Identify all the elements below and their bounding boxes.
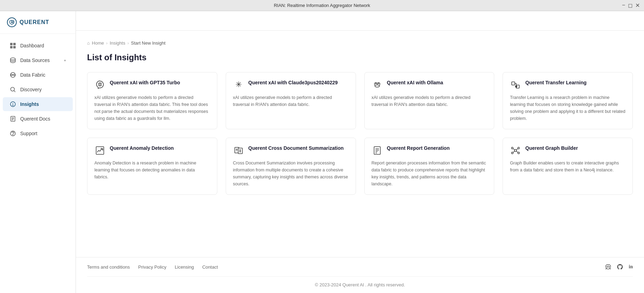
- sidebar-item-discovery[interactable]: Discovery: [3, 83, 73, 97]
- card-ollama[interactable]: Querent xAI with Ollama xAI utilizes gen…: [364, 72, 495, 129]
- sidebar-item-support[interactable]: Support: [3, 126, 73, 140]
- chevron-down-icon: ▾: [64, 59, 66, 62]
- titlebar-title: RIAN: Realtime Information Aggregator Ne…: [274, 3, 370, 8]
- footer-link-contact[interactable]: Contact: [202, 264, 218, 270]
- data-fabric-icon: [10, 72, 16, 78]
- cards-grid: Querent xAI with GPT35 Turbo xAI utilize…: [87, 72, 633, 195]
- svg-rect-5: [10, 43, 13, 45]
- breadcrumb-home[interactable]: Home: [92, 40, 104, 46]
- data-sources-icon: [10, 57, 16, 63]
- svg-point-33: [378, 83, 379, 84]
- svg-rect-8: [13, 46, 16, 48]
- sidebar-item-label-discovery: Discovery: [20, 87, 66, 92]
- content-area: ⌂ Home › Insights › Start New Insight Li…: [76, 31, 644, 257]
- sidebar-item-insights[interactable]: Insights: [3, 97, 73, 111]
- breadcrumb-sep-2: ›: [127, 40, 129, 46]
- card-report[interactable]: Querent Report Generation Report generat…: [364, 138, 495, 195]
- svg-text:✳: ✳: [235, 80, 242, 89]
- svg-point-53: [518, 147, 520, 149]
- svg-point-51: [514, 149, 517, 152]
- topbar: [76, 11, 644, 31]
- logo-text: QUERENT: [20, 19, 49, 25]
- minimize-button[interactable]: −: [622, 2, 625, 9]
- svg-rect-6: [13, 43, 16, 45]
- svg-point-21: [13, 134, 13, 135]
- footer-link-privacy[interactable]: Privacy Policy: [138, 264, 166, 270]
- sidebar-item-label-data-fabric: Data Fabric: [20, 72, 66, 78]
- sidebar-item-data-fabric[interactable]: Data Fabric: [3, 68, 73, 82]
- sidebar-item-label-dashboard: Dashboard: [20, 43, 66, 48]
- insights-icon: [10, 101, 16, 107]
- report-icon: [372, 145, 383, 156]
- card-desc-gpt35: xAI utilizes generative models to perfor…: [94, 94, 210, 122]
- svg-line-59: [517, 151, 518, 153]
- footer-copyright: © 2023-2024 Querent AI . All rights rese…: [87, 277, 633, 293]
- svg-point-32: [375, 83, 376, 84]
- cross-doc-icon: [233, 145, 244, 156]
- svg-line-25: [101, 85, 102, 86]
- discord-icon[interactable]: [605, 264, 611, 270]
- card-header-report: Querent Report Generation: [372, 145, 487, 156]
- footer-link-licensing[interactable]: Licensing: [175, 264, 194, 270]
- card-desc-report: Report generation processes information …: [372, 160, 487, 187]
- svg-line-28: [98, 83, 99, 84]
- support-icon: [10, 130, 16, 137]
- card-transfer-learning[interactable]: Querent Transfer Learning Transfer Learn…: [503, 72, 633, 129]
- linkedin-icon[interactable]: in: [629, 264, 633, 270]
- breadcrumb-sep-1: ›: [106, 40, 108, 46]
- card-desc-transfer: Transfer Learning is a research problem …: [510, 94, 626, 122]
- sidebar: QUERENT Dashboard Data Sou: [0, 11, 76, 293]
- sidebar-item-dashboard[interactable]: Dashboard: [3, 39, 73, 53]
- ollama-icon: [372, 79, 383, 91]
- graph-icon: [510, 145, 521, 156]
- card-anomaly[interactable]: Querent Anomaly Detection Anomaly Detect…: [87, 138, 217, 195]
- svg-point-60: [607, 267, 608, 267]
- footer: Terms and conditions Privacy Policy Lice…: [76, 257, 644, 293]
- card-title-report: Querent Report Generation: [387, 145, 450, 152]
- svg-point-55: [518, 152, 520, 154]
- main-content: ⌂ Home › Insights › Start New Insight Li…: [76, 11, 644, 293]
- svg-rect-35: [516, 85, 519, 88]
- logo-icon: [7, 17, 17, 27]
- footer-social: in: [605, 264, 633, 270]
- sidebar-item-label-data-sources: Data Sources: [20, 57, 60, 63]
- svg-line-58: [513, 151, 515, 153]
- svg-rect-46: [374, 147, 380, 154]
- card-header-anomaly: Querent Anomaly Detection: [94, 145, 210, 156]
- sidebar-item-data-sources[interactable]: Data Sources ▾: [3, 53, 73, 67]
- card-graph-builder[interactable]: Querent Graph Builder Graph Builder enab…: [503, 138, 633, 195]
- card-header-graph: Querent Graph Builder: [510, 145, 626, 156]
- svg-point-15: [13, 105, 13, 106]
- footer-link-terms[interactable]: Terms and conditions: [87, 264, 130, 270]
- anomaly-icon: [94, 145, 106, 156]
- svg-point-11: [11, 87, 15, 91]
- card-header-gpt35: Querent xAI with GPT35 Turbo: [94, 79, 210, 91]
- svg-line-4: [13, 23, 14, 23]
- footer-links: Terms and conditions Privacy Policy Lice…: [87, 257, 633, 277]
- card-header-ollama: Querent xAI with Ollama: [372, 79, 487, 91]
- svg-point-54: [512, 152, 513, 154]
- card-desc-cross-doc: Cross Document Summarization involves pr…: [233, 160, 349, 187]
- svg-line-57: [517, 149, 518, 150]
- window-controls[interactable]: − ◻ ✕: [622, 2, 640, 9]
- svg-point-52: [512, 147, 513, 149]
- card-claude[interactable]: ✳ Querent xAI with Claude3pus20240229 xA…: [226, 72, 356, 129]
- breadcrumb-insights[interactable]: Insights: [110, 40, 125, 46]
- transfer-icon: [510, 79, 521, 91]
- svg-point-9: [10, 58, 15, 60]
- svg-rect-7: [10, 46, 13, 48]
- card-gpt35[interactable]: Querent xAI with GPT35 Turbo xAI utilize…: [87, 72, 217, 129]
- card-cross-doc[interactable]: Querent Cross Document Summarization Cro…: [226, 138, 356, 195]
- card-desc-graph: Graph Builder enables users to create in…: [510, 160, 626, 174]
- github-icon[interactable]: [617, 264, 623, 270]
- sidebar-item-querent-docs[interactable]: Querent Docs: [3, 112, 73, 126]
- close-button[interactable]: ✕: [635, 2, 640, 9]
- svg-line-12: [14, 91, 15, 92]
- card-header-transfer: Querent Transfer Learning: [510, 79, 626, 91]
- svg-point-1: [11, 22, 13, 23]
- restore-button[interactable]: ◻: [628, 2, 633, 9]
- svg-line-56: [513, 149, 515, 150]
- page-title: List of Insights: [87, 53, 633, 62]
- svg-point-22: [99, 83, 101, 85]
- home-icon: ⌂: [87, 40, 90, 46]
